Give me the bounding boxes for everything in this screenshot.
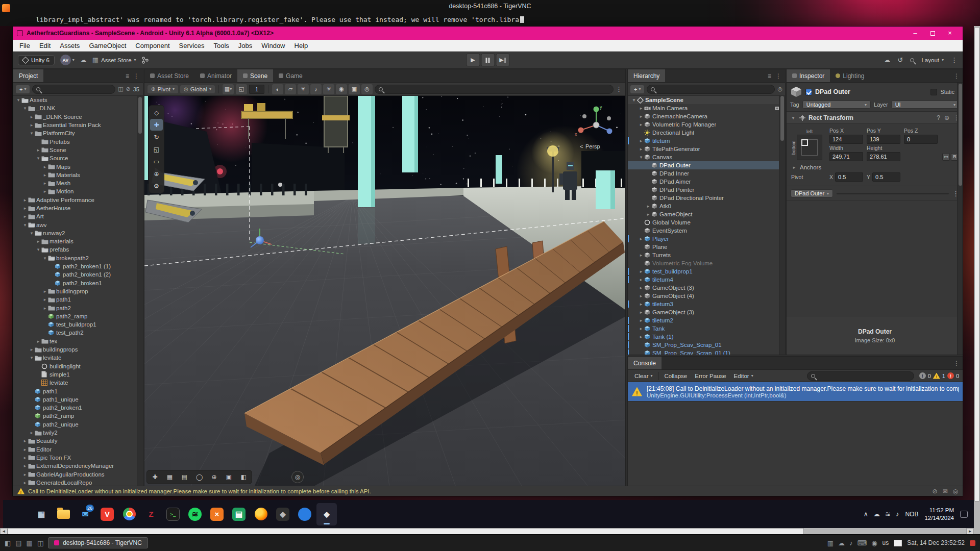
hierarchy-item-gameobject-4[interactable]: ▸GameObject (4) [628,292,785,300]
pivot-mode-button[interactable]: ⊕Pivot▾ [148,85,178,93]
project-item-aetherhouse[interactable]: ▸AetherHouse [13,204,143,212]
expand-arrow[interactable]: ▸ [638,106,644,111]
expand-arrow[interactable]: ▸ [638,334,644,339]
scene-picking-icon[interactable]: ◎ [777,86,782,92]
expand-arrow[interactable]: ▸ [42,306,48,311]
expand-arrow[interactable]: ▾ [29,131,35,136]
hierarchy-item-directional-light[interactable]: Directional Light [628,129,785,137]
files-icon[interactable]: ▤ [15,539,21,547]
scrollbar-thumb[interactable] [974,27,979,502]
taskbar-app-terminal[interactable]: >_ [163,503,183,525]
menu-gameobject[interactable]: GameObject [84,41,131,51]
project-item-test-path2[interactable]: test_path2 [13,329,143,337]
tab-game[interactable]: Game [273,69,308,82]
project-item-path1[interactable]: path1 [13,387,143,395]
view-2d-icon[interactable]: ▱ [285,84,296,94]
project-item-test-buildprop1[interactable]: test_buildprop1 [13,320,143,329]
gizmos-icon[interactable]: ◎ [361,84,373,94]
maximize-button[interactable] [924,27,941,39]
project-item-path2-broken1-2[interactable]: path2_broken1 (2) [13,270,143,279]
expand-arrow[interactable]: ▾ [22,222,28,228]
lighting-toggle-icon[interactable]: ☀ [298,84,309,94]
pivot-y-field[interactable]: 0.5 [872,172,900,182]
tab-animator[interactable]: Animator [194,69,237,82]
play-button[interactable]: ▶ [466,54,480,66]
vnc-vertical-scrollbar[interactable] [974,26,980,534]
expand-arrow[interactable]: ▾ [29,355,35,360]
scrollbar-thumb[interactable] [780,96,784,141]
audio-toggle-icon[interactable]: ♪ [310,84,322,94]
view-tool[interactable]: ◇ [150,107,163,118]
width-field[interactable]: 249.71 [829,152,863,161]
progress-icon[interactable]: ◎ [953,488,958,495]
cloud-icon[interactable]: ☁ [80,56,87,64]
taskbar-app-spotify[interactable]: ≋ [185,503,205,525]
rect-transform-header[interactable]: ▾ Rect Transform ?⊕⋮ [787,112,963,124]
expand-arrow[interactable]: ▸ [638,114,644,119]
project-item-brokenpath2[interactable]: ▾brokenpath2 [13,254,143,262]
project-item-path1[interactable]: ▸path1 [13,295,143,304]
project-item-buildinglight[interactable]: buildinglight [13,362,143,370]
taskbar-app-x-app[interactable]: × [207,503,227,525]
hierarchy-item-sm-prop-scav-scrap-01-1[interactable]: SM_Prop_Scav_Scrap_01 (1) [628,349,785,355]
search-input[interactable] [43,86,111,92]
project-item-mesh[interactable]: ▸Mesh [13,179,143,187]
static-checkbox[interactable] [930,89,937,95]
project-item-generatedlocalrepo[interactable]: ▸GeneratedLocalRepo [13,479,143,486]
clock[interactable]: 11:52 PM 12/14/2024 [924,507,954,522]
move-overlay-tool[interactable]: ✚ [148,471,162,483]
project-item-maps[interactable]: ▸Maps [13,162,143,170]
hierarchy-item-tileturn3[interactable]: ▸tileturn3› [628,300,785,308]
tab-project[interactable]: Project [13,69,43,82]
project-item-path2-ramp[interactable]: path2_ramp [13,412,143,420]
project-item-buildingprop[interactable]: ▸buildingprop [13,287,143,295]
expand-arrow[interactable]: ▸ [29,430,35,435]
layout-dropdown[interactable]: Layout▾ [921,57,944,63]
hierarchy-item-gameobject-3[interactable]: ▸GameObject (3) [628,284,785,292]
expand-arrow[interactable]: ▸ [22,472,28,477]
project-item-dlnk[interactable]: ▾_DLNK [13,104,143,112]
expand-arrow[interactable]: ▸ [22,206,28,211]
hierarchy-item-sm-prop-scav-scrap-01[interactable]: SM_Prop_Scav_Scrap_01 [628,341,785,349]
clear-button[interactable]: Clear▾ [631,372,656,380]
menu-window[interactable]: Window [257,41,289,51]
scrollbar-thumb[interactable] [138,97,142,134]
active-checkbox[interactable] [805,89,812,95]
panel-menu-icon[interactable]: ⋮ [953,360,960,367]
rect-tool[interactable]: ▭ [150,156,163,167]
warning-icon[interactable] [933,373,940,379]
hierarchy-item-eventsystem[interactable]: EventSystem [628,227,785,235]
expand-arrow[interactable]: ▸ [638,318,644,323]
project-item-assets[interactable]: ▾Assets [13,96,143,104]
expand-arrow[interactable]: ▾ [42,256,48,261]
keyboard-layout[interactable]: us [883,539,889,546]
taskbar-app-start[interactable] [9,503,30,525]
project-item-epic-toon-fx[interactable]: ▸Epic Toon FX [13,454,143,462]
expand-arrow[interactable]: ▸ [22,480,28,485]
anchor-preset-widget[interactable]: left bottom [791,129,826,160]
expand-arrow[interactable]: ▸ [29,114,35,119]
expand-arrow[interactable]: ▸ [35,239,41,244]
expand-arrow[interactable]: ▾ [22,106,28,111]
tab-hierarchy[interactable]: Hierarchy [628,69,665,82]
taskbar-app-sheets[interactable]: ▤ [229,503,249,525]
indicator-display[interactable]: ▥ [827,539,834,547]
search-input[interactable] [657,86,771,92]
keyboard-layout[interactable]: NOB [905,511,918,518]
scrollbar-thumb[interactable] [959,84,962,186]
custom-tool[interactable]: ⚙ [150,180,163,192]
expand-arrow[interactable]: ▸ [22,197,28,203]
menu-jobs[interactable]: Jobs [234,41,257,51]
asset-store-button[interactable]: ▦Asset Store▾ [92,56,136,64]
hierarchy-item-tilepathgenerator[interactable]: ▸TilePathGenerator [628,145,785,153]
grid-overlay-tool[interactable]: ▦ [163,471,177,483]
expand-arrow[interactable]: ▾ [35,247,41,252]
hierarchy-item-cinemachinecamera[interactable]: ▸CinemachineCamera [628,112,785,120]
project-item-twily2[interactable]: ▸twily2 [13,429,143,437]
hierarchy-item-plane[interactable]: Plane [628,243,785,251]
hierarchy-item-tank-1[interactable]: ▸Tank (1)› [628,333,785,341]
project-item-motion[interactable]: ▸Motion [13,187,143,195]
expand-arrow[interactable]: ▸ [42,164,48,169]
expand-arrow[interactable]: ▸ [42,297,48,302]
project-item-path2[interactable]: ▸path2 [13,304,143,312]
